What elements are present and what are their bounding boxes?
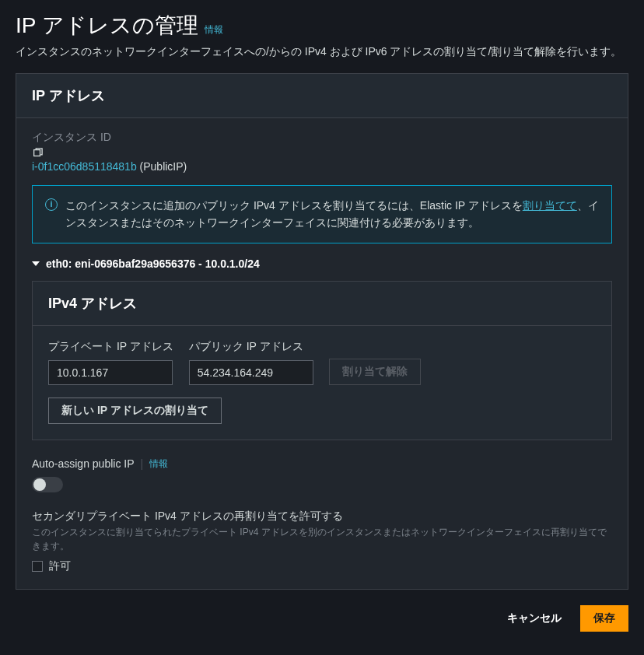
ipv4-section: IPv4 アドレス プライベート IP アドレス パブリック IP アドレス 割…	[32, 281, 612, 440]
secondary-reassign-helper: このインスタンスに割り当てられたプライベート IPv4 アドレスを別のインスタン…	[32, 525, 612, 553]
eni-toggle[interactable]: eth0: eni-0696baf29a9656376 - 10.0.1.0/2…	[32, 257, 612, 270]
ip-addresses-panel: IP アドレス インスタンス ID i-0f1cc06d85118481b (P…	[16, 73, 628, 590]
public-ip-input[interactable]	[189, 360, 313, 385]
private-ip-label: プライベート IP アドレス	[48, 340, 173, 354]
instance-id-label: インスタンス ID	[32, 131, 612, 145]
info-link[interactable]: 情報	[205, 23, 223, 37]
auto-assign-label: Auto-assign public IP	[32, 457, 135, 470]
auto-assign-info-link[interactable]: 情報	[149, 457, 168, 471]
divider: |	[141, 457, 144, 470]
save-button[interactable]: 保存	[580, 605, 628, 632]
banner-link-assign[interactable]: 割り当てて	[523, 199, 577, 212]
cancel-button[interactable]: キャンセル	[498, 605, 571, 632]
auto-assign-toggle[interactable]	[32, 477, 63, 492]
page-title: IP アドレスの管理	[16, 11, 198, 40]
unassign-button: 割り当て解除	[329, 359, 421, 385]
banner-text-before: このインスタンスに追加のパブリック IPv4 アドレスを割り当てるには、Elas…	[65, 199, 523, 212]
panel-title: IP アドレス	[32, 86, 612, 105]
allow-checkbox[interactable]	[32, 561, 43, 572]
svg-rect-0	[34, 150, 40, 156]
copy-icon[interactable]	[32, 148, 43, 159]
info-banner: i このインスタンスに追加のパブリック IPv4 アドレスを割り当てるには、El…	[32, 185, 612, 243]
info-icon: i	[45, 198, 58, 211]
instance-id-link[interactable]: i-0f1cc06d85118481b	[32, 160, 137, 173]
page-description: インスタンスのネットワークインターフェイスへの/からの IPv4 および IPv…	[16, 45, 628, 59]
caret-down-icon	[32, 261, 40, 266]
instance-name: (PublicIP)	[137, 160, 187, 173]
eni-label: eth0: eni-0696baf29a9656376 - 10.0.1.0/2…	[46, 257, 260, 270]
public-ip-label: パブリック IP アドレス	[189, 340, 313, 354]
private-ip-input[interactable]	[48, 360, 173, 385]
secondary-reassign-title: セカンダリプライベート IPv4 アドレスの再割り当てを許可する	[32, 510, 612, 524]
assign-new-ip-button[interactable]: 新しい IP アドレスの割り当て	[48, 398, 222, 424]
ipv4-section-title: IPv4 アドレス	[33, 282, 611, 326]
allow-checkbox-label: 許可	[49, 559, 71, 573]
